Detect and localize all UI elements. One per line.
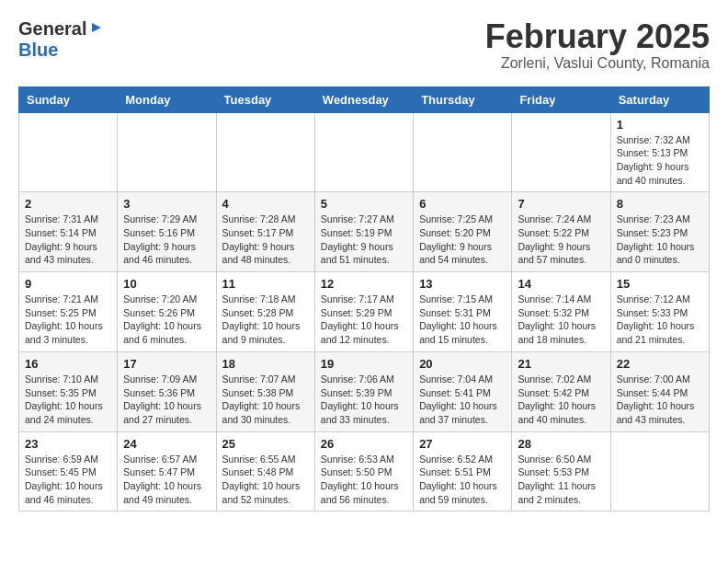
day-info: Sunrise: 7:07 AM Sunset: 5:38 PM Dayligh… [222, 373, 309, 427]
day-number: 22 [617, 357, 703, 371]
day-info: Sunrise: 7:09 AM Sunset: 5:36 PM Dayligh… [123, 373, 210, 427]
day-info: Sunrise: 7:18 AM Sunset: 5:28 PM Dayligh… [222, 293, 309, 347]
calendar-cell: 5Sunrise: 7:27 AM Sunset: 5:19 PM Daylig… [314, 192, 413, 272]
day-number: 3 [123, 197, 210, 211]
day-number: 19 [321, 357, 407, 371]
calendar-cell: 18Sunrise: 7:07 AM Sunset: 5:38 PM Dayli… [216, 351, 314, 431]
day-info: Sunrise: 7:28 AM Sunset: 5:17 PM Dayligh… [222, 213, 309, 267]
day-info: Sunrise: 7:02 AM Sunset: 5:42 PM Dayligh… [518, 373, 604, 427]
header-monday: Monday [118, 86, 216, 112]
header-thursday: Thursday [414, 86, 512, 112]
header-sunday: Sunday [19, 86, 118, 112]
logo-blue-text: Blue [18, 40, 58, 60]
day-info: Sunrise: 7:23 AM Sunset: 5:23 PM Dayligh… [617, 213, 703, 267]
calendar-cell: 2Sunrise: 7:31 AM Sunset: 5:14 PM Daylig… [19, 192, 118, 272]
calendar-cell: 15Sunrise: 7:12 AM Sunset: 5:33 PM Dayli… [610, 272, 709, 352]
page-header: General Blue February 2025 Zorleni, Vasl… [18, 18, 710, 72]
day-number: 4 [222, 197, 309, 211]
day-number: 16 [25, 357, 111, 371]
logo-general-text: General [18, 18, 86, 40]
calendar-cell: 17Sunrise: 7:09 AM Sunset: 5:36 PM Dayli… [118, 351, 216, 431]
calendar-cell: 12Sunrise: 7:17 AM Sunset: 5:29 PM Dayli… [314, 272, 413, 352]
day-number: 7 [518, 197, 604, 211]
calendar-subtitle: Zorleni, Vaslui County, Romania [485, 55, 710, 72]
calendar-cell: 10Sunrise: 7:20 AM Sunset: 5:26 PM Dayli… [118, 272, 216, 352]
calendar-cell [314, 112, 413, 192]
day-info: Sunrise: 6:50 AM Sunset: 5:53 PM Dayligh… [518, 453, 604, 507]
day-info: Sunrise: 7:25 AM Sunset: 5:20 PM Dayligh… [419, 213, 506, 267]
day-number: 20 [419, 357, 506, 371]
calendar-cell: 9Sunrise: 7:21 AM Sunset: 5:25 PM Daylig… [19, 272, 118, 352]
calendar-cell [414, 112, 512, 192]
day-info: Sunrise: 6:52 AM Sunset: 5:51 PM Dayligh… [419, 453, 506, 507]
calendar-cell: 24Sunrise: 6:57 AM Sunset: 5:47 PM Dayli… [118, 431, 216, 511]
calendar-cell: 27Sunrise: 6:52 AM Sunset: 5:51 PM Dayli… [414, 431, 512, 511]
calendar-cell: 1Sunrise: 7:32 AM Sunset: 5:13 PM Daylig… [610, 112, 709, 192]
day-number: 12 [321, 277, 407, 291]
day-number: 28 [518, 437, 604, 451]
day-number: 25 [222, 437, 309, 451]
day-info: Sunrise: 7:29 AM Sunset: 5:16 PM Dayligh… [123, 213, 210, 267]
day-number: 23 [25, 437, 111, 451]
calendar-week-row: 1Sunrise: 7:32 AM Sunset: 5:13 PM Daylig… [19, 112, 710, 192]
day-info: Sunrise: 7:00 AM Sunset: 5:44 PM Dayligh… [617, 373, 703, 427]
day-number: 17 [123, 357, 210, 371]
day-number: 26 [321, 437, 407, 451]
calendar-cell [118, 112, 216, 192]
day-number: 8 [617, 197, 703, 211]
day-number: 5 [321, 197, 407, 211]
logo: General Blue [18, 18, 105, 61]
calendar-body: 1Sunrise: 7:32 AM Sunset: 5:13 PM Daylig… [19, 112, 710, 511]
day-number: 18 [222, 357, 309, 371]
calendar-cell: 16Sunrise: 7:10 AM Sunset: 5:35 PM Dayli… [19, 351, 118, 431]
day-info: Sunrise: 7:24 AM Sunset: 5:22 PM Dayligh… [518, 213, 604, 267]
day-info: Sunrise: 7:04 AM Sunset: 5:41 PM Dayligh… [419, 373, 506, 427]
day-number: 27 [419, 437, 506, 451]
day-info: Sunrise: 7:10 AM Sunset: 5:35 PM Dayligh… [25, 373, 111, 427]
day-info: Sunrise: 7:20 AM Sunset: 5:26 PM Dayligh… [123, 293, 210, 347]
calendar-cell: 22Sunrise: 7:00 AM Sunset: 5:44 PM Dayli… [610, 351, 709, 431]
day-number: 24 [123, 437, 210, 451]
calendar-cell: 6Sunrise: 7:25 AM Sunset: 5:20 PM Daylig… [414, 192, 512, 272]
calendar-cell [512, 112, 610, 192]
day-info: Sunrise: 7:27 AM Sunset: 5:19 PM Dayligh… [321, 213, 407, 267]
day-info: Sunrise: 7:32 AM Sunset: 5:13 PM Dayligh… [617, 133, 703, 188]
calendar-week-row: 9Sunrise: 7:21 AM Sunset: 5:25 PM Daylig… [19, 272, 710, 352]
calendar-cell: 23Sunrise: 6:59 AM Sunset: 5:45 PM Dayli… [19, 431, 118, 511]
calendar-cell: 13Sunrise: 7:15 AM Sunset: 5:31 PM Dayli… [414, 272, 512, 352]
day-info: Sunrise: 6:57 AM Sunset: 5:47 PM Dayligh… [123, 453, 210, 507]
calendar-cell: 14Sunrise: 7:14 AM Sunset: 5:32 PM Dayli… [512, 272, 610, 352]
day-info: Sunrise: 7:14 AM Sunset: 5:32 PM Dayligh… [518, 293, 604, 347]
calendar-cell: 21Sunrise: 7:02 AM Sunset: 5:42 PM Dayli… [512, 351, 610, 431]
day-info: Sunrise: 6:59 AM Sunset: 5:45 PM Dayligh… [25, 453, 111, 507]
calendar-table: Sunday Monday Tuesday Wednesday Thursday… [18, 86, 710, 512]
header-friday: Friday [512, 86, 610, 112]
calendar-cell: 4Sunrise: 7:28 AM Sunset: 5:17 PM Daylig… [216, 192, 314, 272]
calendar-cell [19, 112, 118, 192]
calendar-title: February 2025 [485, 18, 710, 55]
calendar-cell [216, 112, 314, 192]
day-number: 9 [25, 277, 111, 291]
logo-triangle-icon [88, 19, 105, 40]
calendar-cell [610, 431, 709, 511]
calendar-cell: 11Sunrise: 7:18 AM Sunset: 5:28 PM Dayli… [216, 272, 314, 352]
svg-marker-0 [92, 23, 101, 32]
calendar-week-row: 2Sunrise: 7:31 AM Sunset: 5:14 PM Daylig… [19, 192, 710, 272]
calendar-cell: 19Sunrise: 7:06 AM Sunset: 5:39 PM Dayli… [314, 351, 413, 431]
day-number: 13 [419, 277, 506, 291]
header-wednesday: Wednesday [314, 86, 413, 112]
day-info: Sunrise: 6:55 AM Sunset: 5:48 PM Dayligh… [222, 453, 309, 507]
header-saturday: Saturday [610, 86, 709, 112]
day-info: Sunrise: 7:06 AM Sunset: 5:39 PM Dayligh… [321, 373, 407, 427]
day-number: 6 [419, 197, 506, 211]
header-tuesday: Tuesday [216, 86, 314, 112]
calendar-cell: 28Sunrise: 6:50 AM Sunset: 5:53 PM Dayli… [512, 431, 610, 511]
calendar-cell: 26Sunrise: 6:53 AM Sunset: 5:50 PM Dayli… [314, 431, 413, 511]
calendar-cell: 3Sunrise: 7:29 AM Sunset: 5:16 PM Daylig… [118, 192, 216, 272]
day-info: Sunrise: 7:15 AM Sunset: 5:31 PM Dayligh… [419, 293, 506, 347]
day-number: 11 [222, 277, 309, 291]
day-number: 14 [518, 277, 604, 291]
day-info: Sunrise: 7:17 AM Sunset: 5:29 PM Dayligh… [321, 293, 407, 347]
day-number: 21 [518, 357, 604, 371]
day-number: 2 [25, 197, 111, 211]
